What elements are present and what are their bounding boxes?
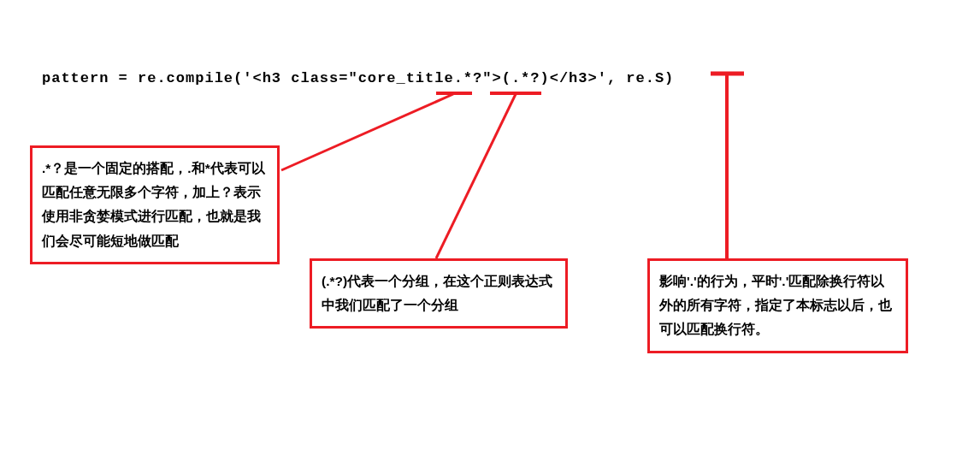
annotation-nongreedy: .*？是一个固定的搭配，.和*代表可以匹配任意无限多个字符，加上？表示使用非贪婪… [30,145,280,264]
underline-group [490,92,541,95]
svg-line-1 [436,94,516,258]
regex-code-line: pattern = re.compile('<h3 class="core_ti… [42,70,674,86]
svg-line-0 [281,94,453,170]
underline-nongreedy [436,92,472,95]
annotation-group: (.*?)代表一个分组，在这个正则表达式中我们匹配了一个分组 [310,258,568,329]
annotation-dotall-flag: 影响'.'的行为，平时'.'匹配除换行符以外的所有字符，指定了本标志以后，也可以… [647,258,908,353]
